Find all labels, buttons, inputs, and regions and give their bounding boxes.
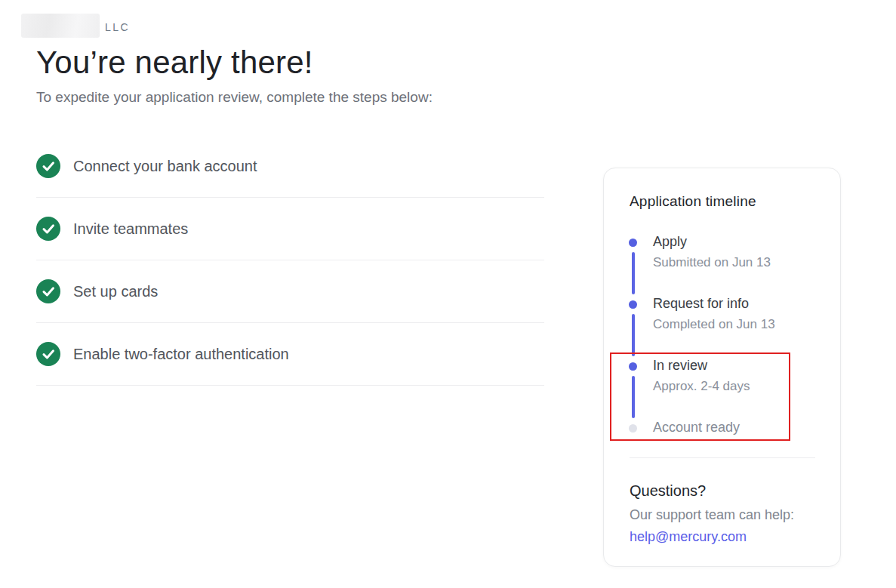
- timeline-connector-line: [632, 376, 635, 418]
- timeline-step-label: Request for info: [653, 295, 810, 312]
- timeline-step-in-review: In review Approx. 2-4 days: [629, 357, 810, 419]
- checklist-item-setup-cards[interactable]: Set up cards: [36, 260, 544, 323]
- timeline-dot-pending-icon: [629, 424, 637, 433]
- brand-header: LLC: [21, 14, 130, 38]
- check-circle-icon: [36, 279, 60, 303]
- application-timeline: Apply Submitted on Jun 13 Request for in…: [629, 233, 810, 436]
- timeline-step-label: In review: [653, 357, 810, 374]
- timeline-step-sublabel: Approx. 2-4 days: [653, 378, 810, 395]
- company-suffix-label: LLC: [105, 18, 130, 33]
- timeline-connector-line: [632, 252, 635, 294]
- timeline-card-title: Application timeline: [630, 193, 756, 210]
- application-timeline-card: Application timeline Apply Submitted on …: [603, 168, 841, 567]
- timeline-step-sublabel: Completed on Jun 13: [653, 316, 810, 333]
- check-circle-icon: [36, 217, 60, 241]
- card-divider: [630, 457, 815, 458]
- support-email-link[interactable]: help@mercury.com: [630, 528, 747, 545]
- checklist-item-connect-bank[interactable]: Connect your bank account: [36, 135, 544, 198]
- timeline-dot-done-icon: [629, 239, 637, 247]
- company-name-redacted: [21, 14, 100, 38]
- questions-heading: Questions?: [630, 482, 815, 500]
- timeline-step-label: Account ready: [653, 419, 810, 436]
- onboarding-checklist: Connect your bank account Invite teammat…: [36, 135, 544, 386]
- checklist-item-label: Invite teammates: [73, 219, 188, 239]
- card-footer: Questions? Our support team can help: he…: [630, 457, 815, 545]
- timeline-step-label: Apply: [653, 233, 810, 250]
- timeline-dot-done-icon: [629, 300, 637, 309]
- checklist-item-two-factor[interactable]: Enable two-factor authentication: [36, 323, 544, 386]
- checklist-item-label: Set up cards: [73, 282, 158, 301]
- check-circle-icon: [36, 342, 60, 366]
- timeline-step-sublabel: Submitted on Jun 13: [653, 254, 810, 271]
- onboarding-page: LLC You’re nearly there! To expedite you…: [0, 0, 896, 588]
- check-circle-icon: [36, 154, 60, 178]
- page-subtitle: To expedite your application review, com…: [36, 88, 433, 106]
- timeline-step-apply: Apply Submitted on Jun 13: [629, 233, 810, 295]
- checklist-item-label: Enable two-factor authentication: [73, 344, 289, 364]
- timeline-step-request-info: Request for info Completed on Jun 13: [629, 295, 810, 357]
- checklist-item-label: Connect your bank account: [73, 156, 257, 176]
- checklist-item-invite-teammates[interactable]: Invite teammates: [36, 198, 544, 260]
- questions-body: Our support team can help:: [630, 506, 815, 523]
- page-title: You’re nearly there!: [36, 43, 313, 82]
- timeline-dot-active-icon: [629, 362, 637, 371]
- timeline-connector-line: [632, 314, 635, 356]
- timeline-step-account-ready: Account ready: [629, 419, 810, 436]
